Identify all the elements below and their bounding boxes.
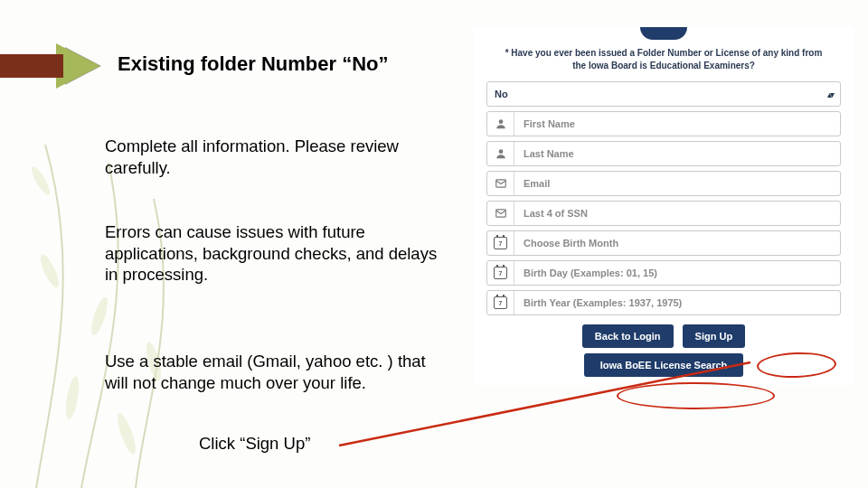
chevron-updown-icon: ▴▾: [827, 89, 833, 99]
folder-number-select[interactable]: No ▴▾: [486, 81, 841, 107]
svg-point-4: [114, 411, 139, 455]
email-field[interactable]: Email: [486, 171, 841, 196]
sign-up-button[interactable]: Sign Up: [683, 324, 746, 348]
svg-point-3: [63, 375, 81, 419]
birth-day-placeholder: Birth Day (Examples: 01, 15): [514, 267, 657, 278]
svg-point-1: [88, 296, 110, 337]
back-to-login-button[interactable]: Back to Login: [582, 324, 674, 348]
ssn-placeholder: Last 4 of SSN: [514, 208, 588, 219]
envelope-icon: [487, 202, 514, 225]
svg-point-6: [498, 119, 503, 124]
last-name-placeholder: Last Name: [514, 148, 574, 159]
birth-year-placeholder: Birth Year (Examples: 1937, 1975): [514, 297, 682, 308]
person-icon: [487, 112, 514, 136]
form-question-label: * Have you ever been issued a Folder Num…: [474, 45, 854, 77]
annotation-circle-search: [617, 382, 775, 409]
person-icon: [487, 142, 514, 165]
calendar-icon: 7: [487, 231, 514, 255]
paragraph-complete-info: Complete all information. Please review …: [105, 136, 439, 178]
seal-icon: [640, 27, 687, 40]
calendar-icon: 7: [487, 261, 514, 285]
license-search-button[interactable]: Iowa BoEE License Search: [584, 353, 744, 377]
calendar-icon: 7: [487, 291, 514, 314]
svg-point-5: [29, 164, 53, 197]
last-name-field[interactable]: Last Name: [486, 141, 841, 166]
svg-point-7: [498, 149, 503, 154]
paragraph-email: Use a stable email (Gmail, yahoo etc. ) …: [105, 351, 439, 393]
email-placeholder: Email: [514, 178, 550, 189]
paragraph-click-signup: Click “Sign Up”: [199, 434, 310, 454]
birth-month-field[interactable]: 7 Choose Birth Month: [486, 230, 841, 256]
svg-point-0: [37, 252, 62, 289]
first-name-placeholder: First Name: [514, 118, 575, 129]
envelope-icon: [487, 172, 514, 195]
accent-bar: [0, 54, 63, 78]
slide-heading: Existing folder Number “No”: [118, 52, 388, 76]
first-name-field[interactable]: First Name: [486, 111, 841, 136]
birth-year-field[interactable]: 7 Birth Year (Examples: 1937, 1975): [486, 290, 841, 315]
ssn-field[interactable]: Last 4 of SSN: [486, 201, 841, 226]
form-panel: * Have you ever been issued a Folder Num…: [474, 27, 854, 386]
paragraph-errors: Errors can cause issues with future appl…: [105, 221, 439, 286]
birth-month-placeholder: Choose Birth Month: [514, 238, 618, 249]
select-value: No: [495, 89, 508, 99]
birth-day-field[interactable]: 7 Birth Day (Examples: 01, 15): [486, 260, 841, 286]
